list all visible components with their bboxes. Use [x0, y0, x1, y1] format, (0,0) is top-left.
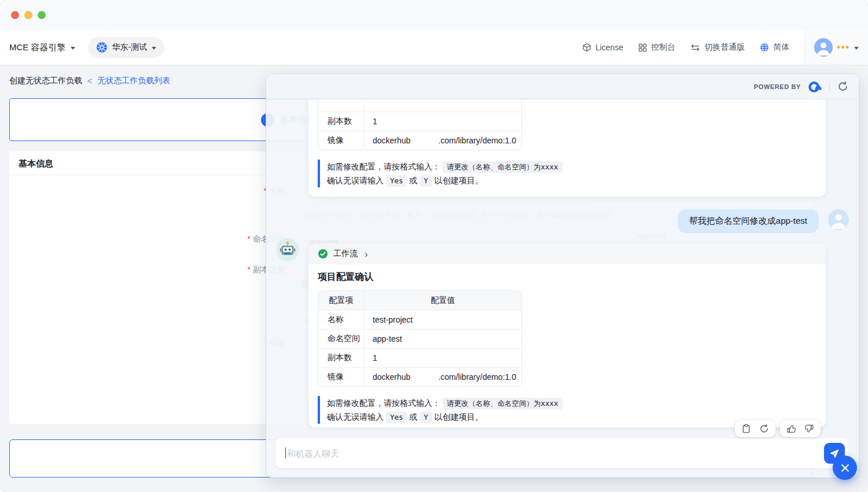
yes-chip: Yes [386, 175, 407, 187]
config-value: test-project [365, 310, 521, 329]
feedback-group [780, 420, 821, 437]
close-assistant-button[interactable] [833, 456, 857, 480]
product-title: MCE 容器引擎 [9, 42, 66, 53]
workflow-label: 工作流 [333, 249, 358, 259]
thumbs-up-button[interactable] [786, 424, 796, 434]
chat-message-list: 副本数 1 镜像 dockerhub.com/library/demo:1.0 … [266, 99, 859, 437]
chevron-down-icon [152, 47, 156, 50]
yes-chip: Yes [386, 412, 407, 423]
nav-language[interactable]: 简体 [760, 42, 789, 53]
table-row: 镜像 dockerhub.com/library/demo:1.0 [318, 131, 521, 150]
breadcrumb-current: 创建无状态工作负载 [9, 76, 82, 86]
thumbs-up-icon [786, 424, 796, 434]
success-check-icon [318, 249, 328, 259]
redacted-segment [410, 138, 438, 143]
config-key: 镜像 [318, 368, 365, 386]
console-grid-icon [638, 43, 647, 52]
copy-button[interactable] [741, 424, 751, 434]
image-url-prefix: dockerhub [373, 372, 410, 382]
image-url-suffix: .com/library/demo:1.0 [438, 372, 516, 382]
app-window: MCE 容器引擎 华东-测试 License [0, 0, 868, 492]
text-cursor [285, 447, 286, 458]
thumbs-down-button[interactable] [804, 424, 814, 434]
brand-logo-icon [806, 80, 822, 93]
tip-line1: 如需修改配置，请按格式输入： 请更改（名称、命名空间）为xxxx [327, 396, 816, 410]
config-key: 副本数 [318, 349, 365, 367]
bot-message: 工作流 › 项目配置确认 配置项 配置值 名称 test-pro [308, 243, 826, 427]
cluster-selector[interactable]: 华东-测试 [88, 37, 165, 58]
config-value: app-test [365, 330, 521, 348]
header-right: License 控制台 切换普通版 [582, 30, 868, 65]
regenerate-button[interactable] [759, 424, 769, 434]
format-chip: 请更改（名称、命名空间）为xxxx [443, 161, 562, 173]
kubernetes-icon [96, 42, 108, 53]
user-message-row: 帮我把命名空间修改成app-test [276, 209, 849, 233]
chevron-down-icon [71, 47, 75, 50]
close-icon [840, 463, 850, 473]
image-url-suffix: .com/library/demo:1.0 [438, 136, 516, 145]
breadcrumb-back-link[interactable]: 无状态工作负载列表 [97, 76, 170, 86]
workflow-toggle[interactable]: 工作流 › [308, 243, 826, 264]
titlebar [0, 0, 868, 30]
config-value: dockerhub.com/library/demo:1.0 [365, 131, 521, 150]
chevron-down-icon [854, 47, 859, 50]
account-menu[interactable]: ••• [804, 30, 868, 65]
nav-language-label: 简体 [773, 42, 789, 53]
table-header-row: 配置项 配置值 [318, 291, 521, 310]
app-header: MCE 容器引擎 华东-测试 License [0, 30, 868, 65]
table-row: 副本数 1 [318, 112, 521, 131]
config-table: 配置项 配置值 名称 test-project 命名空间 app-test [318, 290, 522, 387]
tip-line1: 如需修改配置，请按格式输入： 请更改（名称、命名空间）为xxxx [327, 160, 816, 173]
user-avatar [828, 209, 849, 230]
nav-switch-version[interactable]: 切换普通版 [690, 42, 745, 53]
config-table-previous: 副本数 1 镜像 dockerhub.com/library/demo:1.0 [318, 99, 522, 150]
user-avatar [814, 38, 833, 57]
table-row: 命名空间 app-test [318, 329, 521, 348]
user-message-bubble: 帮我把命名空间修改成app-test [678, 209, 819, 233]
column-header: 配置项 [318, 291, 365, 310]
chat-input[interactable] [275, 438, 848, 468]
minimize-window-button[interactable] [24, 11, 32, 19]
divider [829, 82, 830, 91]
restart-chat-button[interactable] [837, 81, 848, 92]
assistant-panel-header: POWERED BY [266, 74, 859, 99]
redacted-segment [410, 374, 438, 380]
maximize-window-button[interactable] [38, 11, 46, 19]
config-key: 副本数 [318, 112, 365, 131]
nav-switch-version-label: 切换普通版 [704, 42, 745, 53]
config-value: 1 [365, 112, 521, 131]
tip-block: 如需修改配置，请按格式输入： 请更改（名称、命名空间）为xxxx 确认无误请输入… [318, 396, 816, 424]
globe-icon [760, 43, 769, 52]
refresh-icon [837, 81, 848, 92]
assistant-panel: POWERED BY 副本数 [266, 74, 859, 478]
nav-console-label: 控制台 [651, 42, 675, 53]
table-row: 镜像 dockerhub.com/library/demo:1.0 [318, 367, 521, 386]
bot-message-row: 工作流 › 项目配置确认 配置项 配置值 名称 test-pro [276, 243, 849, 427]
config-key: 命名空间 [318, 330, 365, 348]
close-window-button[interactable] [11, 11, 19, 19]
more-dots-icon: ••• [837, 45, 850, 50]
nav-license-label: License [595, 43, 623, 52]
workflow-body: 项目配置确认 配置项 配置值 名称 test-project 命 [308, 264, 826, 427]
confirm-title: 项目配置确认 [318, 271, 816, 283]
nav-console[interactable]: 控制台 [638, 42, 675, 53]
tip-line2: 确认无误请输入 Yes 或 Y 以创建项目。 [327, 173, 816, 187]
powered-by-label: POWERED BY [754, 83, 801, 90]
table-row: 副本数 1 [318, 348, 521, 367]
config-value: dockerhub.com/library/demo:1.0 [365, 368, 521, 386]
nav-license[interactable]: License [582, 43, 623, 52]
bot-message: 副本数 1 镜像 dockerhub.com/library/demo:1.0 … [308, 99, 826, 197]
table-row [318, 99, 521, 112]
format-chip: 请更改（名称、命名空间）为xxxx [443, 398, 562, 409]
breadcrumb: 创建无状态工作负载 < 无状态工作负载列表 [9, 76, 170, 86]
robot-avatar [276, 238, 299, 261]
refresh-icon [759, 424, 769, 434]
thumbs-down-icon [804, 424, 814, 434]
y-chip: Y [420, 175, 432, 187]
copy-regenerate-group [735, 420, 775, 437]
window-controls [11, 11, 46, 19]
license-cube-icon [582, 43, 591, 52]
product-menu[interactable]: MCE 容器引擎 [9, 42, 75, 53]
message-actions [735, 420, 821, 437]
config-value: 1 [365, 349, 521, 367]
